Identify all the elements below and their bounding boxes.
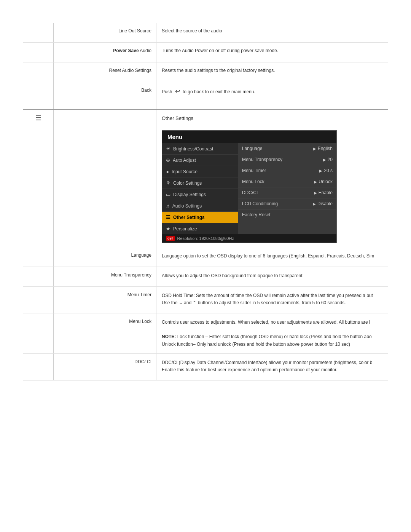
audio-settings-label: Audio Settings — [172, 203, 202, 209]
personalize-label: Personalize — [173, 226, 197, 232]
language-desc-icon-col — [23, 247, 54, 267]
osd-icon-col — [23, 126, 54, 247]
power-save-plain: Audio — [139, 48, 151, 53]
icon-col-empty4 — [23, 82, 54, 109]
lock-desc-row: Menu Lock Controls user access to adjust… — [23, 313, 388, 353]
lock-right-label: Menu Lock — [242, 179, 264, 184]
lock-note-label: NOTE: — [162, 334, 176, 339]
other-settings-menu-icon: ☰ — [166, 214, 170, 220]
up-arrow-icon: ⌃ — [193, 300, 196, 305]
reset-audio-label: Reset Audio Settings — [54, 62, 156, 82]
lock-value-text: Unlock — [319, 179, 333, 184]
reset-audio-row: Reset Audio Settings Resets the audio se… — [23, 62, 388, 82]
dell-logo: dell — [166, 236, 175, 241]
lock-arrow: ▶ — [314, 180, 317, 184]
display-settings-label: Display Settings — [173, 192, 206, 197]
lock-desc-icon-col — [23, 313, 54, 353]
audio-section: Line Out Source Select the source of the… — [23, 23, 388, 110]
lock-desc-content: Controls user access to adjustments. Whe… — [156, 313, 388, 353]
lock-main-text: Controls user access to adjustments. Whe… — [162, 320, 370, 325]
osd-menu: Menu ☀ Brightness/Contrast ⊕ — [162, 130, 337, 243]
menu-item-color-settings[interactable]: ⚘ Color Settings — [162, 177, 238, 189]
ddc-right-label: DDC/CI — [242, 190, 258, 195]
back-desc: Push ↩ to go back to or exit the main me… — [156, 82, 388, 109]
audio-settings-icon: ♬ — [166, 203, 170, 209]
resolution-text: Resolution: 1920x1080@60Hz — [177, 236, 234, 241]
down-arrow-icon: ⌄ — [179, 300, 183, 305]
timer-arrow: ▶ — [319, 169, 322, 173]
osd-menu-row: Menu ☀ Brightness/Contrast ⊕ — [23, 126, 388, 247]
icon-col-empty — [23, 23, 54, 42]
menu-item-other-settings[interactable]: ☰ Other Settings — [162, 212, 238, 223]
ddc-arrow: ▶ — [314, 191, 317, 195]
osd-right-menu: Language ▶ English Menu Transparency — [238, 143, 336, 234]
transparency-desc-content: Allows you to adjust the OSD background … — [156, 267, 388, 286]
power-save-bold: Power Save — [113, 48, 139, 53]
osd-menu-title: Menu — [162, 131, 336, 143]
osd-footer: dell Resolution: 1920x1080@60Hz — [162, 234, 336, 243]
menu-item-audio-settings[interactable]: ♬ Audio Settings — [162, 200, 238, 212]
language-desc-label: Language — [54, 247, 156, 267]
osd-menu-body: ☀ Brightness/Contrast ⊕ Auto Adjust ∎ In — [162, 143, 336, 234]
osd-middle-col — [54, 126, 156, 247]
brightness-icon: ☀ — [166, 146, 170, 152]
power-save-row: Power Save Audio Turns the Audio Power o… — [23, 43, 388, 62]
transparency-value-text: 20 — [328, 157, 333, 162]
right-item-language[interactable]: Language ▶ English — [238, 143, 336, 154]
menu-item-brightness[interactable]: ☀ Brightness/Contrast — [162, 143, 238, 155]
transparency-arrow: ▶ — [323, 158, 326, 162]
language-right-value: ▶ English — [313, 146, 333, 151]
language-desc-content: Language option to set the OSD display t… — [156, 247, 388, 267]
lock-right-value: ▶ Unlock — [314, 179, 333, 184]
brightness-label: Brightness/Contrast — [173, 146, 213, 152]
timer-desc-content: OSD Hold Time: Sets the amount of time t… — [156, 287, 388, 313]
lcd-arrow: ▶ — [313, 202, 316, 206]
timer-desc-icon-col — [23, 287, 54, 313]
menu-item-display-settings[interactable]: ▭ Display Settings — [162, 189, 238, 200]
language-right-label: Language — [242, 146, 262, 151]
transparency-right-label: Menu Transparency — [242, 157, 282, 162]
other-settings-header-row: ☰ Other Settings — [23, 110, 388, 126]
reset-audio-desc: Resets the audio settings to the origina… — [156, 62, 388, 82]
lock-desc-label: Menu Lock — [54, 313, 156, 353]
other-settings-menu-label: Other Settings — [173, 215, 205, 220]
display-settings-icon: ▭ — [166, 192, 170, 197]
menu-item-auto-adjust[interactable]: ⊕ Auto Adjust — [162, 155, 238, 166]
other-settings-icon-col: ☰ — [23, 110, 54, 126]
back-row: Back Push ↩ to go back to or exit the ma… — [23, 82, 388, 109]
right-item-transparency[interactable]: Menu Transparency ▶ 20 — [238, 154, 336, 165]
menu-item-personalize[interactable]: ★ Personalize — [162, 223, 238, 234]
auto-adjust-label: Auto Adjust — [173, 158, 196, 163]
language-value-text: English — [318, 146, 333, 151]
right-item-timer[interactable]: Menu Timer ▶ 20 s — [238, 165, 336, 176]
lcd-value-text: Disable — [317, 201, 333, 206]
input-source-icon: ∎ — [166, 169, 169, 174]
other-settings-title: Other Settings — [162, 115, 193, 121]
auto-adjust-icon: ⊕ — [166, 157, 170, 163]
transparency-desc-label: Menu Transparency — [54, 267, 156, 286]
osd-menu-container: Menu ☀ Brightness/Contrast ⊕ — [156, 126, 388, 247]
other-settings-title-col: Other Settings — [156, 111, 388, 126]
icon-col-empty3 — [23, 62, 54, 82]
back-arrow-icon: ↩ — [175, 88, 180, 94]
right-item-factory[interactable]: Factory Reset — [238, 209, 336, 220]
osd-left-menu: ☀ Brightness/Contrast ⊕ Auto Adjust ∎ In — [162, 143, 238, 234]
color-settings-label: Color Settings — [173, 181, 202, 186]
right-item-ddc[interactable]: DDC/CI ▶ Enable — [238, 187, 336, 198]
lock-note-text: Lock function – Either soft lock (throug… — [162, 334, 372, 347]
ddc-right-value: ▶ Enable — [314, 190, 333, 195]
other-settings-middle — [54, 110, 156, 126]
language-arrow: ▶ — [313, 147, 316, 151]
timer-desc-label: Menu Timer — [54, 287, 156, 313]
menu-item-input-source[interactable]: ∎ Input Source — [162, 166, 238, 177]
transparency-desc-row: Menu Transparency Allows you to adjust t… — [23, 267, 388, 286]
ddc-value-text: Enable — [319, 190, 333, 195]
right-item-lcd[interactable]: LCD Conditioning ▶ Disable — [238, 198, 336, 209]
transparency-right-value: ▶ 20 — [323, 157, 333, 162]
input-source-label: Input Source — [172, 169, 198, 174]
right-item-lock[interactable]: Menu Lock ▶ Unlock — [238, 176, 336, 187]
language-desc-row: Language Language option to set the OSD … — [23, 247, 388, 267]
ddc-desc-content: DDC/CI (Display Data Channel/Command Int… — [156, 354, 388, 380]
line-out-label: Line Out Source — [54, 23, 156, 42]
line-out-source-row: Line Out Source Select the source of the… — [23, 23, 388, 43]
